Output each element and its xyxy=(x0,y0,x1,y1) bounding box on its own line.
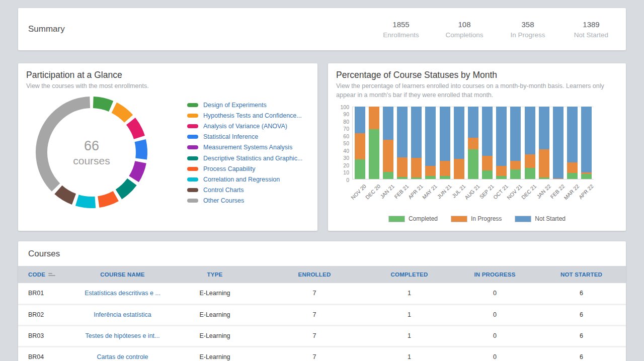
donut-legend-item-9[interactable]: Other Courses xyxy=(187,196,302,206)
bar-may-21[interactable] xyxy=(425,107,436,179)
bar-segment-in-progress xyxy=(355,133,365,159)
bar-segment-not-started xyxy=(539,107,549,149)
table-cell-completed: 1 xyxy=(366,346,453,361)
legend-label: Analysis of Variance (ANOVA) xyxy=(203,123,287,130)
bar-nov-21[interactable] xyxy=(510,107,521,179)
bar-aug-21[interactable] xyxy=(468,107,478,179)
bar-legend-item-not-started[interactable]: Not Started xyxy=(515,215,566,222)
course-name-link[interactable]: Testes de hipóteses e int... xyxy=(78,325,167,346)
table-row: BR04Cartas de controleE-Learning7106 xyxy=(18,346,626,361)
bar-segment-in-progress xyxy=(411,158,422,177)
participation-title: Participation at a Glance xyxy=(18,63,317,81)
bar-apr-22[interactable] xyxy=(581,107,592,179)
bar-segment-in-progress xyxy=(425,166,436,176)
bar-segment-not-started xyxy=(454,107,464,159)
courses-table: CODECOURSE NAMETYPEENROLLEDCOMPLETEDIN P… xyxy=(18,266,626,361)
column-header-code[interactable]: CODE xyxy=(18,266,78,283)
legend-label: Hypothesis Tests and Confidence... xyxy=(203,112,302,119)
table-header-row: CODECOURSE NAMETYPEENROLLEDCOMPLETEDIN P… xyxy=(18,266,626,283)
table-cell-enrolled: 7 xyxy=(263,283,366,304)
plot-area xyxy=(352,107,594,179)
bar-feb-21[interactable] xyxy=(397,107,408,179)
x-tick-label: JAN 21 xyxy=(379,183,395,200)
x-tick-label: NOV 21 xyxy=(506,183,523,201)
participation-donut: 66 courses xyxy=(34,95,149,210)
stat-value: 1855 xyxy=(369,20,433,29)
bar-sep-21[interactable] xyxy=(482,107,493,179)
legend-label: Correlation and Regression xyxy=(203,176,280,183)
x-label-slot: APR 22 xyxy=(580,179,594,206)
donut-legend-item-6[interactable]: Process Capability xyxy=(187,163,302,174)
y-tick-label: 30 xyxy=(334,155,349,161)
bar-jul-21[interactable] xyxy=(454,107,464,179)
legend-swatch-icon xyxy=(187,145,198,149)
bar-segment-completed xyxy=(539,177,549,179)
x-label-slot: NOV 20 xyxy=(352,179,366,206)
y-tick-label: 10 xyxy=(334,169,349,175)
x-label-slot: SEP 21 xyxy=(480,179,494,206)
donut-legend-item-1[interactable]: Hypothesis Tests and Confidence... xyxy=(187,110,302,121)
legend-swatch-icon xyxy=(388,216,405,222)
x-tick-label: MAR 22 xyxy=(562,183,580,201)
bar-jan-22[interactable] xyxy=(539,107,549,179)
bar-segment-in-progress xyxy=(383,140,393,171)
bar-legend-item-in-progress[interactable]: In Progress xyxy=(451,215,502,222)
sort-icon[interactable] xyxy=(48,273,55,276)
table-cell-not-started: 6 xyxy=(537,346,626,361)
bars xyxy=(353,107,594,179)
bar-dec-21[interactable] xyxy=(525,107,535,179)
donut-center-text: 66 courses xyxy=(34,95,149,210)
donut-legend-item-7[interactable]: Correlation and Regression xyxy=(187,174,302,185)
column-header-course-name[interactable]: COURSE NAME xyxy=(78,266,167,283)
x-label-slot: MAR 22 xyxy=(566,179,580,206)
bar-apr-21[interactable] xyxy=(411,107,422,179)
legend-label: In Progress xyxy=(471,215,502,222)
bar-segment-not-started xyxy=(355,107,365,133)
column-header-enrolled[interactable]: ENROLLED xyxy=(263,266,366,283)
y-tick-label: 60 xyxy=(334,133,349,139)
column-header-in-progress[interactable]: IN PROGRESS xyxy=(453,266,537,283)
x-label-slot: OCT 21 xyxy=(494,179,508,206)
x-label-slot: JUN 21 xyxy=(438,179,452,206)
x-tick-label: SEP 21 xyxy=(478,183,495,200)
legend-swatch-icon xyxy=(187,156,198,160)
bar-jun-21[interactable] xyxy=(440,107,450,179)
y-tick-label: 90 xyxy=(334,111,349,117)
participation-subtitle: View the courses with the most enrollmen… xyxy=(18,81,317,91)
donut-legend-item-5[interactable]: Descriptive Statistics and Graphic... xyxy=(187,153,302,163)
course-name-link[interactable]: Estatísticas descritivas e ... xyxy=(78,283,167,304)
bar-legend-item-completed[interactable]: Completed xyxy=(388,215,438,222)
course-name-link[interactable]: Cartas de controle xyxy=(78,346,167,361)
bar-feb-22[interactable] xyxy=(553,107,564,179)
table-row: BR03Testes de hipóteses e int...E-Learni… xyxy=(18,325,626,346)
bar-jan-21[interactable] xyxy=(383,107,393,179)
bar-segment-in-progress xyxy=(397,157,408,177)
column-header-not-started[interactable]: NOT STARTED xyxy=(537,266,626,283)
bar-nov-20[interactable] xyxy=(355,107,365,179)
donut-legend-item-8[interactable]: Control Charts xyxy=(187,185,302,196)
column-header-label: COURSE NAME xyxy=(100,272,144,278)
donut-legend-item-2[interactable]: Analysis of Variance (ANOVA) xyxy=(187,121,302,131)
stat-not-started: 1389 Not Started xyxy=(559,20,623,39)
course-name-link[interactable]: Inferência estatística xyxy=(78,304,167,325)
x-tick-label: AUG 21 xyxy=(463,183,481,201)
table-cell-completed: 1 xyxy=(366,283,453,304)
bar-mar-22[interactable] xyxy=(567,107,578,179)
statuses-title: Percentage of Course Statuses by Month xyxy=(328,63,626,81)
column-header-type[interactable]: TYPE xyxy=(167,266,263,283)
table-cell-type: E-Learning xyxy=(167,325,263,346)
donut-legend-item-0[interactable]: Design of Experiments xyxy=(187,100,302,110)
bar-oct-21[interactable] xyxy=(496,107,507,179)
legend-swatch-icon xyxy=(515,216,531,222)
donut-legend-item-4[interactable]: Measurement Systems Analysis xyxy=(187,142,302,153)
y-tick-label: 0 xyxy=(334,177,349,183)
table-cell-type: E-Learning xyxy=(167,283,263,304)
bar-dec-20[interactable] xyxy=(369,107,379,179)
bar-segment-completed xyxy=(440,176,450,179)
x-tick-label: APR 21 xyxy=(407,183,424,200)
bar-segment-in-progress xyxy=(454,159,464,179)
donut-legend-item-3[interactable]: Statistical Inference xyxy=(187,132,302,142)
x-label-slot: MAY 21 xyxy=(423,179,437,206)
bar-segment-completed xyxy=(411,177,422,179)
column-header-completed[interactable]: COMPLETED xyxy=(366,266,453,283)
